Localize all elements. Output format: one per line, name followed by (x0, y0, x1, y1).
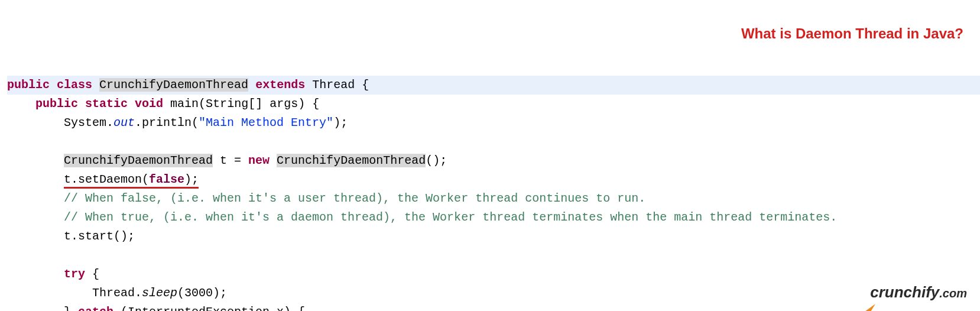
brace-close: } (64, 305, 78, 311)
string-literal: "Main Method Entry" (199, 116, 333, 129)
brace: { (362, 78, 369, 92)
code-line-5: t.setDaemon(false); (7, 170, 980, 189)
keyword-public: public (7, 78, 50, 92)
code-line-6: // When false, (i.e. when it's a user th… (7, 189, 980, 208)
main-signature: main(String[] args) { (170, 97, 319, 111)
brace: { (85, 267, 99, 281)
out-field: out (113, 116, 135, 129)
code-line-11: } catch (InterruptedException x) { (7, 303, 980, 311)
sleep-arg: (3000); (177, 286, 227, 300)
keyword-extends: extends (255, 78, 305, 92)
setdaemon-pre: t.setDaemon( (64, 173, 149, 186)
brand-name: crunchify.com (870, 280, 967, 305)
keyword-static: static (85, 97, 128, 111)
keyword-catch: catch (78, 305, 113, 311)
close: ); (333, 116, 348, 129)
class-name: CrunchifyDaemonThread (99, 78, 248, 92)
println: .println( (135, 116, 199, 129)
setdaemon-post: ); (184, 173, 199, 186)
thread-pre: Thread. (92, 286, 142, 300)
class-name: CrunchifyDaemonThread (277, 154, 426, 167)
class-thread: Thread (312, 78, 355, 92)
comment: // When false, (i.e. when it's a user th… (64, 192, 645, 205)
class-name: CrunchifyDaemonThread (64, 154, 213, 167)
code-line-4: CrunchifyDaemonThread t = new CrunchifyD… (7, 151, 980, 170)
sleep-method: sleep (142, 286, 177, 300)
code-line-8: t.start(); (7, 227, 980, 246)
keyword-void: void (135, 97, 163, 111)
code-line-7: // When true, (i.e. when it's a daemon t… (7, 208, 980, 227)
catch-arg: (InterruptedException x) { (113, 305, 305, 311)
keyword-false: false (149, 173, 184, 186)
keyword-class: class (57, 78, 92, 92)
code-line-blank (7, 246, 980, 265)
code-line-10: Thread.sleep(3000); (7, 284, 980, 303)
keyword-try: try (64, 267, 85, 281)
keyword-new: new (248, 154, 270, 167)
brand-logo: crunchify.com (845, 280, 967, 305)
code-line-1: public class CrunchifyDaemonThread exten… (7, 76, 980, 95)
code-line-3: System.out.println("Main Method Entry"); (7, 114, 980, 132)
code-line-2: public static void main(String[] args) { (7, 95, 980, 114)
system: System. (64, 116, 113, 129)
var-decl: t = (213, 154, 248, 167)
ctor-close: (); (426, 154, 447, 167)
crunchify-logo-icon (845, 284, 867, 302)
code-line-9: try { (7, 265, 980, 284)
start-call: t.start(); (64, 229, 135, 243)
code-line-blank (7, 132, 980, 151)
code-block: public class CrunchifyDaemonThread exten… (7, 76, 980, 311)
annotation-title: What is Daemon Thread in Java? (741, 22, 963, 45)
comment: // When true, (i.e. when it's a daemon t… (64, 210, 837, 224)
keyword-public: public (35, 97, 78, 111)
